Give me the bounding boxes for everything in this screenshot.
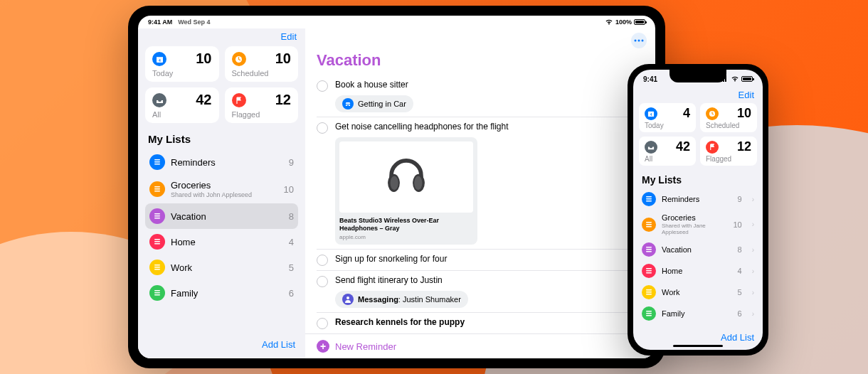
checkbox[interactable] xyxy=(317,318,328,329)
list-icon xyxy=(642,264,656,278)
edit-button[interactable]: Edit xyxy=(281,31,297,42)
list-row-home[interactable]: Home 4› xyxy=(639,260,757,282)
smart-label: Scheduled xyxy=(706,122,751,129)
list-row-family[interactable]: Family 6› xyxy=(639,303,757,324)
add-list-button[interactable]: Add List xyxy=(721,332,754,343)
reminder-item: Book a house sitter Getting in Car xyxy=(317,75,655,117)
list-row-vacation[interactable]: Vacation 8 xyxy=(145,203,298,229)
svg-rect-39 xyxy=(646,201,652,202)
list-count: 9 xyxy=(738,195,742,203)
add-list-button[interactable]: Add List xyxy=(262,339,295,350)
inbox-icon xyxy=(645,141,657,154)
edit-button[interactable]: Edit xyxy=(739,90,754,100)
chevron-right-icon: › xyxy=(752,246,754,254)
svg-rect-37 xyxy=(646,196,652,198)
list-count: 10 xyxy=(284,184,294,195)
reminder-title[interactable]: Research kennels for the puppy xyxy=(335,317,465,327)
contact-text: Messaging: Justin Shumaker xyxy=(358,295,461,304)
more-button[interactable] xyxy=(631,33,647,48)
list-text: GroceriesShared with Jane Appleseed xyxy=(662,213,727,235)
smart-card-today[interactable]: 4 4 Today xyxy=(639,103,696,132)
ipad-screen: 9:41 AM Wed Sep 4 100% Edit 4 xyxy=(138,16,655,358)
list-name: Home xyxy=(171,237,196,247)
list-count: 8 xyxy=(738,245,742,254)
checkbox[interactable] xyxy=(317,80,328,92)
list-row-groceries[interactable]: GroceriesShared with Jane Appleseed 10› xyxy=(639,210,757,239)
svg-rect-44 xyxy=(646,249,652,250)
list-row-groceries[interactable]: GroceriesShared with John Appleseed 10 xyxy=(145,175,298,203)
svg-point-28 xyxy=(414,176,422,191)
list-count: 10 xyxy=(733,220,741,229)
svg-rect-13 xyxy=(154,239,160,240)
avatar-icon xyxy=(342,294,354,305)
reminder-item: Sign up for snorkeling for four xyxy=(317,249,655,270)
list-text: Reminders xyxy=(662,195,699,203)
svg-rect-49 xyxy=(646,289,652,291)
flag-icon xyxy=(706,141,719,154)
list-icon xyxy=(642,192,656,206)
list-row-reminders[interactable]: Reminders 9 xyxy=(145,149,298,175)
list-row-family[interactable]: Family 6 xyxy=(145,280,298,306)
checkbox[interactable] xyxy=(317,122,328,134)
list-icon xyxy=(642,242,656,257)
smart-count: 10 xyxy=(737,106,751,121)
battery-icon: 100% xyxy=(615,18,632,26)
home-indicator[interactable] xyxy=(673,345,723,347)
list-row-vacation[interactable]: Vacation 8› xyxy=(639,239,757,260)
inbox-icon xyxy=(152,93,166,107)
checkbox[interactable] xyxy=(317,276,328,287)
reminder-item: Get noise cancelling headphones for the … xyxy=(317,117,655,249)
svg-rect-47 xyxy=(646,270,652,272)
svg-rect-40 xyxy=(646,222,652,223)
list-name: Family xyxy=(662,309,684,318)
chevron-right-icon: › xyxy=(752,289,754,296)
location-tag[interactable]: Getting in Car xyxy=(335,95,413,112)
svg-rect-41 xyxy=(646,224,652,225)
list-name: Groceries xyxy=(662,213,727,222)
smart-card-today[interactable]: 4 10 Today xyxy=(145,46,219,82)
iphone-device: 9:41 Edit 4 4 T xyxy=(628,64,768,356)
smart-count: 42 xyxy=(196,92,211,108)
status-time: 9:41 AM xyxy=(148,18,172,26)
reminder-item: Research kennels for the puppy Ask Liz w… xyxy=(317,312,655,333)
page-title: Vacation xyxy=(305,48,655,75)
battery-icon xyxy=(634,19,645,25)
svg-point-27 xyxy=(391,176,398,191)
link-preview[interactable]: Beats Studio3 Wireless Over-Ear Headphon… xyxy=(335,137,477,245)
reminder-title[interactable]: Book a house sitter xyxy=(335,80,408,90)
svg-rect-14 xyxy=(154,241,160,242)
contact-tag[interactable]: Messaging: Justin Shumaker xyxy=(335,291,468,308)
smart-card-scheduled[interactable]: 10 Scheduled xyxy=(225,46,299,82)
list-subtitle: Shared with John Appleseed xyxy=(171,191,252,198)
clock-icon xyxy=(232,52,246,66)
reminder-title[interactable]: Sign up for snorkeling for four xyxy=(335,254,447,264)
smart-card-flagged[interactable]: 12 Flagged xyxy=(225,87,299,123)
list-row-work[interactable]: Work 5› xyxy=(639,282,757,303)
svg-rect-21 xyxy=(154,294,160,296)
checkbox[interactable] xyxy=(317,255,328,266)
list-count: 5 xyxy=(738,288,742,296)
svg-rect-8 xyxy=(154,188,160,190)
wifi-icon xyxy=(605,18,613,26)
list-row-reminders[interactable]: Reminders 9› xyxy=(639,188,757,210)
smart-card-flagged[interactable]: 12 Flagged xyxy=(700,137,757,166)
preview-image xyxy=(339,141,473,213)
smart-card-all[interactable]: 42 All xyxy=(639,137,696,166)
list-icon xyxy=(149,260,165,275)
list-text: Work xyxy=(662,288,679,296)
flag-icon xyxy=(232,93,246,107)
reminder-title[interactable]: Send flight itinerary to Justin xyxy=(335,275,443,285)
list-count: 6 xyxy=(738,309,742,318)
list-text: Family xyxy=(171,288,198,299)
list-name: Reminders xyxy=(662,195,699,203)
reminder-title[interactable]: Get noise cancelling headphones for the … xyxy=(335,122,509,132)
smart-card-scheduled[interactable]: 10 Scheduled xyxy=(700,103,757,132)
svg-point-23 xyxy=(638,40,640,42)
list-row-work[interactable]: Work 5 xyxy=(145,255,298,280)
smart-card-all[interactable]: 42 All xyxy=(145,87,219,123)
sidebar: Edit 4 10 Today 10 xyxy=(138,28,305,358)
list-row-home[interactable]: Home 4 xyxy=(145,229,298,255)
new-reminder-button[interactable]: + New Reminder xyxy=(305,333,655,358)
smart-count: 12 xyxy=(737,139,751,154)
list-name: Family xyxy=(171,288,198,299)
